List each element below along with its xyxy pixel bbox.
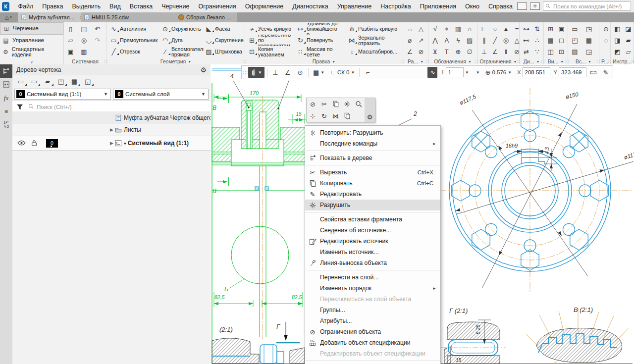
rotate-button[interactable]: ↻Повернуть	[295, 35, 347, 46]
center-mark-button[interactable]: ⌖	[441, 23, 452, 35]
new-document-button[interactable]: ▯	[65, 23, 76, 35]
position-leader-button[interactable]: ⊕	[453, 46, 464, 57]
drawing-tree-panel-button[interactable]	[0, 64, 12, 78]
tool-bottom-button[interactable]: ◪	[623, 23, 634, 35]
drawing-canvas[interactable]: 170 15 4 1 2 В	[211, 64, 634, 364]
save-as-button[interactable]: ▥	[79, 46, 89, 57]
context-menu-item-21[interactable]: Атрибуты...	[305, 315, 440, 326]
view-grid-button[interactable]: ⊞	[545, 23, 556, 35]
review-ghost-button[interactable]: ◌	[601, 35, 611, 46]
measure-2-button[interactable]: ⊷	[521, 35, 531, 46]
radial-dimension-button[interactable]: △	[416, 23, 426, 35]
tree-search-input[interactable]	[36, 104, 211, 110]
undo-button[interactable]: ↶	[92, 23, 103, 35]
chevron-down-icon[interactable]: ▼	[420, 60, 423, 63]
axis-mark-button[interactable]: ∅	[465, 46, 475, 57]
mirror-button[interactable]: ⋈Зеркально отразить	[347, 35, 402, 46]
view-frame-button[interactable]: ▣	[556, 23, 567, 35]
snap-perpendicular-icon[interactable]: ⊥	[270, 67, 281, 78]
perpendicular-button[interactable]: ⊥	[479, 46, 489, 57]
tree-item-2[interactable]: ▶Листы	[12, 124, 211, 136]
measure-4-button[interactable]: ⇅	[532, 23, 542, 35]
section-grip[interactable]: ⸬	[243, 59, 245, 64]
measure-1-button[interactable]: ⊶	[521, 23, 531, 35]
copy-mini-button[interactable]	[330, 98, 341, 110]
tangent-button[interactable]: ○	[490, 23, 500, 35]
burst-mini-button[interactable]	[341, 98, 353, 110]
section-grip[interactable]: ⸬	[597, 59, 599, 64]
insert-view-button[interactable]: ▭	[30, 78, 39, 85]
grid-button[interactable]: ▦▼	[311, 67, 326, 78]
new-sheet-button[interactable]: ▭	[16, 78, 25, 85]
section-grip[interactable]: ⸬	[517, 59, 519, 64]
expand-arrow-icon[interactable]: ▶	[110, 127, 113, 132]
menubar-item-10[interactable]: Управление	[333, 0, 376, 12]
context-menu-item-15[interactable]: Линия-выноска объекта	[305, 258, 440, 268]
section-grip[interactable]: ⸬	[475, 59, 477, 64]
detail-v-view[interactable]: В (2:1)	[526, 306, 629, 364]
zoom-level-selector[interactable]: ⊕0.576▼	[483, 67, 514, 78]
arc-button[interactable]: ◠Дуга	[160, 35, 204, 46]
zoom-tool-button[interactable]: ▼	[473, 67, 482, 78]
corner-mode-icon[interactable]: ⌐	[362, 67, 373, 78]
expand-arrow-icon[interactable]: ▶	[110, 141, 113, 146]
copy-by-point-button[interactable]: ⊡Копия указанием	[247, 46, 295, 57]
tool-shape-button[interactable]: ▱	[623, 46, 634, 57]
segment-button[interactable]: ╱Отрезок	[108, 46, 160, 57]
gear-icon[interactable]: ⚙	[365, 98, 375, 122]
angular-dimension-button[interactable]: ∠	[405, 46, 415, 57]
context-menu-item-6[interactable]: ✂ВырезатьCtrl+X	[305, 167, 440, 178]
context-menu-item-9[interactable]: Разрушить	[305, 200, 440, 210]
context-menu-item-14[interactable]: Изменить источник...	[305, 247, 440, 258]
hatch-button[interactable]: ▨Штриховка	[204, 46, 244, 57]
layer-selector[interactable]: 0 Системный слой ▼	[113, 89, 209, 100]
collapse-chevron-icon[interactable]: ∨	[0, 60, 63, 64]
weld-button[interactable]: ⊻	[430, 46, 440, 57]
eyedropper-icon[interactable]: ✎	[600, 67, 611, 78]
window-settings-icon[interactable]: ⚙	[530, 2, 540, 10]
aligned-dimension-button[interactable]: ↗	[416, 35, 426, 46]
menubar-item-5[interactable]: Вставка	[125, 0, 157, 12]
y-coordinate-field[interactable]: 323.469	[559, 67, 586, 77]
tree-item-1[interactable]: Муфта зубчатая Чертеж общего вида	[12, 111, 211, 124]
command-search[interactable]	[543, 1, 631, 11]
insert-sheet-button[interactable]: ▤	[570, 46, 580, 57]
circle-button[interactable]: ⊙Окружность	[160, 23, 204, 35]
insert-image-button[interactable]: ▦	[584, 35, 594, 46]
print-button[interactable]: ▤	[79, 23, 89, 35]
gear-icon[interactable]: ⚙	[200, 66, 207, 74]
lock-icon[interactable]	[31, 140, 37, 147]
split-curve-button[interactable]: ⋔Разбить кривую	[347, 23, 402, 35]
extend-to-nearest-button[interactable]: ↦Удлинить до ближайшего о...	[295, 23, 347, 35]
menubar-item-4[interactable]: Вид	[105, 0, 125, 12]
concentric-button[interactable]: ◎	[501, 35, 511, 46]
window-layout-icon[interactable]	[517, 2, 527, 10]
document-tab-3[interactable]: Сборка Лекало Л4.а...	[175, 12, 237, 22]
home-button[interactable]: ⌂▾	[0, 12, 17, 22]
command-search-input[interactable]	[552, 3, 631, 10]
context-menu-item-8[interactable]: ✎Редактировать	[305, 189, 440, 200]
profile-button[interactable]: ⋀	[430, 35, 440, 46]
section-grip[interactable]: ⸬	[105, 59, 106, 64]
tool-fill-button[interactable]: ▰	[623, 35, 634, 46]
menubar-item-3[interactable]: Выделить	[67, 0, 105, 12]
coordinate-system-button[interactable]: ∟СК 0▼	[328, 67, 357, 78]
move-mini-button[interactable]: ⊹	[307, 110, 318, 122]
functions-panel-button[interactable]: fx	[0, 91, 12, 104]
insert-corner-button[interactable]: ◰	[570, 35, 580, 46]
tool-right-button[interactable]: ◨	[612, 35, 623, 46]
mirror-mini-button[interactable]: ⋈	[330, 110, 341, 122]
insert-image-button[interactable]: ▦	[70, 78, 79, 85]
section-grip[interactable]: ⸬	[566, 59, 568, 64]
order-panel-button[interactable]: 1↶↳2	[0, 118, 12, 131]
tree-item-3[interactable]: 0▶●Системный вид (1:1)	[12, 136, 211, 151]
chamfer-button[interactable]: ◣Фаска	[204, 23, 244, 35]
insert-frame-button[interactable]: ◲	[584, 46, 594, 57]
filter-icon[interactable]	[12, 104, 27, 110]
mag-mini-button[interactable]	[353, 98, 364, 110]
rotate-mini-button[interactable]: ↻	[318, 110, 330, 122]
ribbon-category-1[interactable]: ⊞Черчение	[0, 22, 63, 35]
parameters-panel-button[interactable]	[0, 78, 12, 91]
menubar-item-8[interactable]: Оформление	[241, 0, 288, 12]
fillet-button[interactable]: ◡Скругление	[204, 35, 244, 46]
